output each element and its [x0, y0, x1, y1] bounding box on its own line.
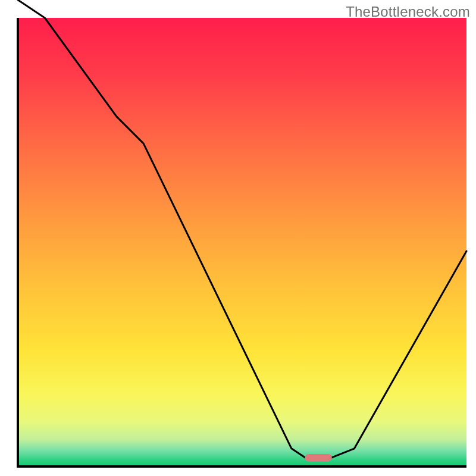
bottleneck-chart — [0, 0, 476, 476]
watermark-text: TheBottleneck.com — [346, 4, 470, 20]
gradient-background — [18, 18, 466, 466]
optimal-marker — [305, 454, 332, 461]
chart-container: TheBottleneck.com — [0, 0, 476, 476]
